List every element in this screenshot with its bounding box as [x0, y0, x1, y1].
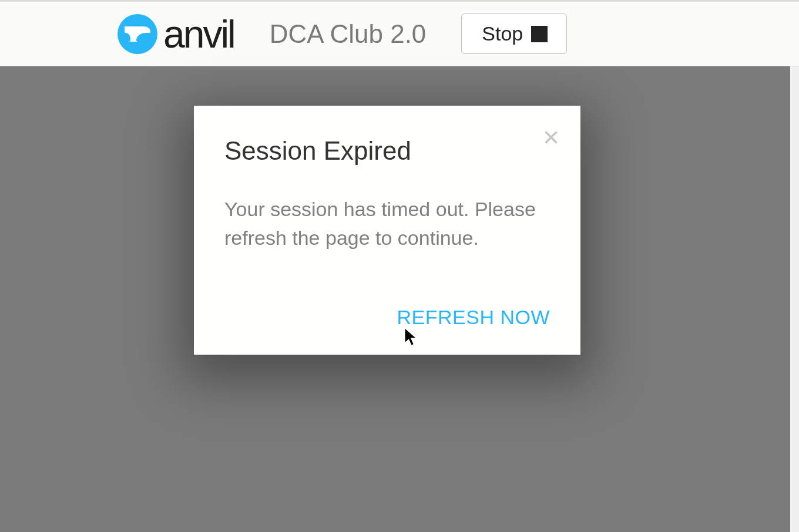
app-title: DCA Club 2.0 — [270, 19, 427, 49]
anvil-logo-icon — [118, 14, 157, 54]
header-bar: anvil DCA Club 2.0 Stop — [0, 2, 799, 66]
modal-footer: REFRESH NOW — [224, 306, 550, 329]
stop-button[interactable]: Stop — [461, 14, 567, 54]
modal-body-text: Your session has timed out. Please refre… — [224, 195, 550, 253]
close-icon[interactable]: × — [543, 123, 559, 151]
app-preview-overlay: × Session Expired Your session has timed… — [0, 66, 799, 532]
anvil-logo-text: anvil — [163, 12, 234, 56]
stop-icon — [531, 26, 548, 42]
session-expired-modal: × Session Expired Your session has timed… — [194, 106, 580, 355]
refresh-now-button[interactable]: REFRESH NOW — [397, 306, 550, 328]
right-gutter — [790, 66, 799, 532]
modal-title: Session Expired — [224, 136, 550, 166]
stop-button-label: Stop — [482, 22, 523, 45]
anvil-logo[interactable]: anvil — [118, 12, 234, 56]
